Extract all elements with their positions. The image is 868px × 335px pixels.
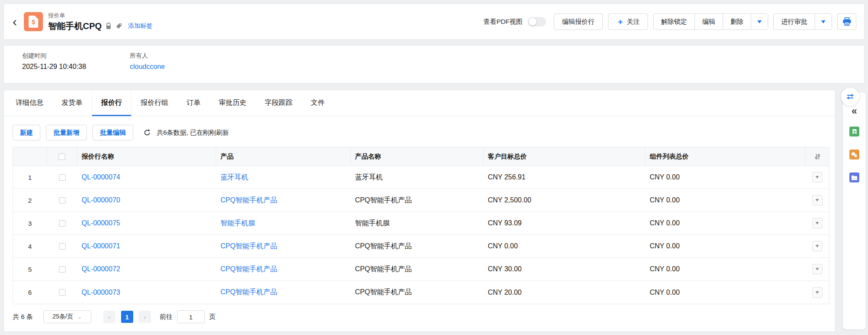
row-actions-button[interactable] <box>812 172 822 182</box>
quote-line-link[interactable]: QL-0000075 <box>82 219 120 227</box>
target-total-cell: CNY 93.09 <box>483 219 645 227</box>
target-total-cell: CNY 256.91 <box>483 173 645 181</box>
new-button[interactable]: 新建 <box>13 125 40 140</box>
record-info-card: 创建时间 2025-11-29 10:40:38 所有人 cloudccone <box>3 45 865 84</box>
quote-lines-table: 报价行名称 产品 产品名称 客户目标总价 组件列表总价 1 QL-0000074 <box>13 147 829 304</box>
chevron-down-icon <box>815 199 819 202</box>
plus-icon: ＋ <box>616 16 624 27</box>
edit-quote-lines-button[interactable]: 编辑报价行 <box>554 13 603 30</box>
row-actions-button[interactable] <box>812 218 822 228</box>
chat-icon[interactable] <box>849 150 859 159</box>
tab-details[interactable]: 详细信息 <box>7 90 53 116</box>
product-link[interactable]: CPQ智能手机产品 <box>220 196 277 205</box>
row-checkbox[interactable] <box>59 174 66 181</box>
product-name-cell: CPQ智能手机产品 <box>351 265 483 274</box>
column-header-target-total[interactable]: 客户目标总价 <box>483 147 645 166</box>
component-total-cell: CNY 0.00 <box>645 265 806 273</box>
column-settings-icon[interactable] <box>814 153 821 160</box>
row-checkbox[interactable] <box>59 243 66 250</box>
follow-button[interactable]: ＋ 关注 <box>608 13 648 30</box>
refresh-button[interactable] <box>143 129 151 137</box>
approval-more-button[interactable] <box>815 14 832 29</box>
quote-line-link[interactable]: QL-0000070 <box>82 196 120 204</box>
tag-icon <box>115 23 122 29</box>
approval-group: 进行审批 <box>773 13 832 30</box>
product-link[interactable]: 智能手机膜 <box>220 219 255 228</box>
page-title: 智能手机CPQ <box>48 20 102 32</box>
row-actions-button[interactable] <box>812 264 822 274</box>
product-name-cell: 蓝牙耳机 <box>351 173 483 182</box>
column-header-product[interactable]: 产品 <box>216 147 351 166</box>
product-link[interactable]: 蓝牙耳机 <box>220 173 248 182</box>
tab-quote-line-groups[interactable]: 报价行组 <box>132 90 178 116</box>
tab-approval-history[interactable]: 审批历史 <box>210 90 256 116</box>
collapse-rail-icon[interactable]: « <box>852 106 857 116</box>
total-count: 共 6 条 <box>13 313 33 321</box>
tab-quote-lines[interactable]: 报价行 <box>92 90 132 116</box>
pdf-view-toggle[interactable] <box>528 17 546 26</box>
more-actions-button[interactable] <box>751 14 768 29</box>
owner-link[interactable]: cloudccone <box>130 63 165 70</box>
row-checkbox[interactable] <box>59 266 66 273</box>
table-row: 5 QL-0000072 CPQ智能手机产品 CPQ智能手机产品 CNY 30.… <box>13 258 829 281</box>
print-button[interactable] <box>837 13 856 30</box>
chevron-down-icon <box>815 268 819 270</box>
quote-line-link[interactable]: QL-0000073 <box>82 289 120 296</box>
files-icon[interactable] <box>849 172 859 182</box>
goto-label: 前往 <box>160 313 173 321</box>
unlock-button[interactable]: 解除锁定 <box>654 14 694 29</box>
page-size-select[interactable]: 25条/页 ⌄ <box>43 310 91 323</box>
quote-line-link[interactable]: QL-0000072 <box>82 265 120 273</box>
delete-button[interactable]: 删除 <box>723 14 751 29</box>
submit-approval-button[interactable]: 进行审批 <box>774 14 815 29</box>
entity-type-label: 报价单 <box>48 12 152 20</box>
target-total-cell: CNY 20.00 <box>483 289 645 296</box>
back-icon[interactable]: ‹ <box>13 15 17 28</box>
prev-page-button[interactable]: ‹ <box>103 311 115 323</box>
edit-button[interactable]: 编辑 <box>694 14 723 29</box>
product-link[interactable]: CPQ智能手机产品 <box>220 265 277 274</box>
column-header-component-total[interactable]: 组件列表总价 <box>645 147 806 166</box>
pdf-view-label: 查看PDF视图 <box>483 18 523 26</box>
table-header: 报价行名称 产品 产品名称 客户目标总价 组件列表总价 <box>13 147 829 166</box>
tab-bar: 详细信息 发货单 报价行 报价行组 订单 审批历史 字段跟踪 文件 <box>4 90 835 116</box>
tab-orders[interactable]: 订单 <box>178 90 210 116</box>
tab-delivery-notes[interactable]: 发货单 <box>53 90 92 116</box>
table-row: 6 QL-0000073 CPQ智能手机产品 CPQ智能手机产品 CNY 20.… <box>13 281 829 304</box>
column-header-product-name[interactable]: 产品名称 <box>351 147 483 166</box>
row-index: 1 <box>13 174 47 181</box>
header-bar: ‹ $ 报价单 智能手机CPQ 添加标签 查看PDF视图 编辑报价行 ＋ 关注 … <box>3 3 865 40</box>
record-actions-group: 解除锁定 编辑 删除 <box>653 13 768 30</box>
quote-line-link[interactable]: QL-0000074 <box>82 173 120 181</box>
created-time-value: 2025-11-29 10:40:38 <box>22 63 130 71</box>
row-actions-button[interactable] <box>812 195 822 205</box>
layout-switch-button[interactable] <box>841 88 859 106</box>
column-header-name[interactable]: 报价行名称 <box>77 147 216 166</box>
select-all-checkbox[interactable] <box>59 153 65 160</box>
main-card: 详细信息 发货单 报价行 报价行组 订单 审批历史 字段跟踪 文件 新建 批量新… <box>3 90 835 332</box>
bookmark-icon[interactable] <box>849 127 859 137</box>
product-link[interactable]: CPQ智能手机产品 <box>220 288 277 297</box>
target-total-cell: CNY 30.00 <box>483 265 645 273</box>
chevron-down-icon <box>815 291 819 294</box>
batch-edit-button[interactable]: 批量编辑 <box>92 125 133 140</box>
row-checkbox[interactable] <box>59 220 66 227</box>
current-page-button[interactable]: 1 <box>121 311 133 323</box>
quote-line-link[interactable]: QL-0000071 <box>82 242 120 250</box>
right-side-rail: « <box>843 92 866 329</box>
goto-page-input[interactable] <box>177 310 205 323</box>
row-actions-button[interactable] <box>812 287 822 298</box>
add-tag-link[interactable]: 添加标签 <box>128 22 152 30</box>
product-link[interactable]: CPQ智能手机产品 <box>220 242 277 251</box>
refresh-icon <box>143 129 151 137</box>
next-page-button[interactable]: › <box>139 311 151 323</box>
row-checkbox[interactable] <box>59 289 66 296</box>
row-actions-button[interactable] <box>812 241 822 251</box>
batch-add-button[interactable]: 批量新增 <box>46 125 87 140</box>
owner-label: 所有人 <box>130 52 165 60</box>
tab-files[interactable]: 文件 <box>302 90 334 116</box>
component-total-cell: CNY 0.00 <box>645 242 806 250</box>
list-status-text: 共6条数据, 已在刚刚刷新 <box>157 129 229 137</box>
row-checkbox[interactable] <box>59 197 66 204</box>
tab-field-tracking[interactable]: 字段跟踪 <box>256 90 302 116</box>
